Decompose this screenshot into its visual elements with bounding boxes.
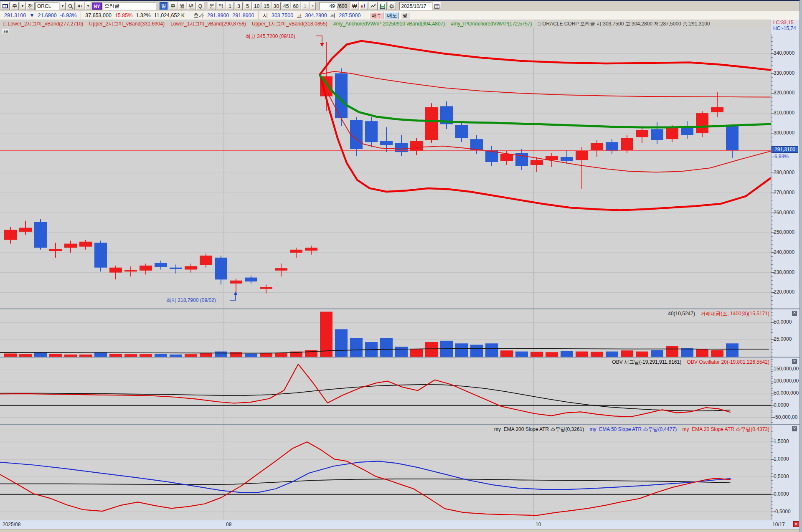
axis-tick-label: 250,0000	[774, 229, 794, 235]
x-axis-label: 10/17	[772, 522, 785, 527]
axis-tick-label: -0,5000	[774, 509, 791, 514]
current-price-badge: 291,3100	[772, 146, 798, 153]
axis-tick-label: 1,0000	[774, 456, 789, 462]
lc-value: LC:33,15	[773, 20, 799, 25]
ema200-label: my_EMA 200 Slope ATR 스무딩(0,3261)	[494, 426, 584, 432]
axis-tick-label: 50,000,000	[774, 390, 799, 396]
axis-settings-button[interactable]	[793, 521, 799, 527]
axis-tick-label: 260,0000	[774, 210, 794, 215]
axis-tick-label: 150,000,00	[774, 366, 799, 372]
chart-tools-mini-button[interactable]	[3, 29, 9, 34]
window-right-edge	[799, 0, 802, 532]
volume-value-label: 거래대금(조, 1400원)(15,5171)	[700, 311, 769, 317]
axis-tick-label: 300,0000	[774, 130, 794, 136]
ema20-label: my_EMA 20 Slope ATR 스무딩(0,4373)	[682, 426, 769, 432]
axis-tick-label: 0,5000	[774, 474, 789, 479]
volume-pane-close-icon[interactable]	[792, 311, 797, 316]
volume-ma-label: 40(10,5247)	[668, 311, 695, 317]
axis-tick-label: 100,000,00	[774, 378, 799, 384]
ema-pane-labels: my_EMA 200 Slope ATR 스무딩(0,3261) my_EMA …	[490, 426, 769, 433]
obv-pane-close-icon[interactable]	[792, 359, 797, 364]
axis-tick-label: 0,0000	[774, 491, 789, 497]
obv-oscillator-label: OBV Oscillator 20(-19,801,226,5542)	[687, 359, 769, 365]
x-axis-label: 09	[226, 522, 231, 527]
ema50-label: my_EMA 50 Slope ATR 스무딩(0,4477)	[590, 426, 677, 432]
volume-pane-labels: 40(10,5247) 거래대금(조, 1400원)(15,5171)	[664, 310, 769, 317]
obv-pane-labels: OBV 시그널(-19,291,911,8161) OBV Oscillator…	[608, 359, 769, 366]
axis-tick-label: 240,0000	[774, 249, 794, 255]
axis-tick-label: 1,5000	[774, 438, 789, 444]
axis-tick-label: 280,0000	[774, 170, 794, 175]
current-price-pct: -6,93%	[773, 154, 789, 160]
hts-chart-window: 주 ▼ 전 ORCL ▼ ▼ NY 오라클 일 주 월 년 Q 분 틱 1 3 …	[0, 0, 802, 532]
ema-pane-close-icon[interactable]	[792, 426, 797, 431]
high-annotation: 최고 345,7200 (09/10)	[246, 33, 295, 40]
time-axis: 2025/08 09 10 10/17	[0, 520, 802, 529]
x-axis-label: 10	[536, 522, 541, 527]
window-bottom-edge	[0, 529, 802, 532]
hc-value: HC:-15,74	[773, 25, 799, 31]
axis-tick-label: 220,0000	[774, 289, 794, 295]
axis-tick-label: 340,0000	[774, 50, 794, 56]
axis-tick-label: 270,0000	[774, 190, 794, 195]
obv-signal-label: OBV 시그널(-19,291,911,8161)	[612, 359, 681, 365]
axis-tick-label: 330,0000	[774, 70, 794, 76]
lc-hc-readout: LC:33,15 HC:-15,74	[771, 20, 799, 34]
axis-tick-label: 0,0000	[774, 402, 789, 408]
x-axis-label: 2025/08	[3, 522, 20, 527]
axis-tick-label: 50,0000	[774, 319, 792, 325]
low-annotation: 최저 218,7900 (09/02)	[166, 297, 216, 304]
axis-tick-label: -50,000,00	[774, 414, 797, 420]
axis-tick-label: 230,0000	[774, 269, 794, 275]
axis-tick-label: 320,0000	[774, 90, 794, 96]
axis-tick-label: 310,0000	[774, 110, 794, 116]
chart-canvas[interactable]	[0, 0, 802, 532]
axis-tick-label: 25,0000	[774, 336, 792, 342]
